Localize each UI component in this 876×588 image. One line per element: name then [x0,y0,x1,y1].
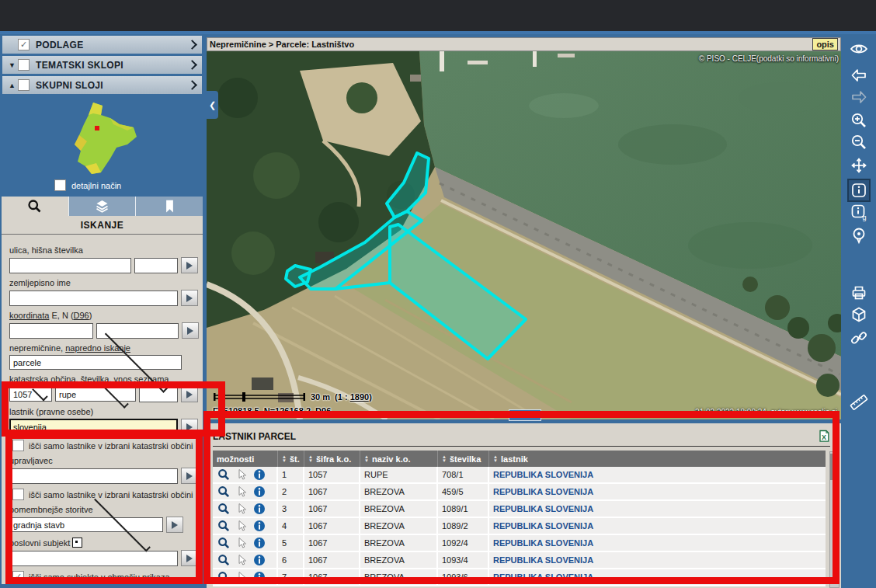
zoom-to-parcel-icon[interactable] [217,468,231,481]
column-header-stevilka[interactable]: ▲▼številka [438,451,489,467]
zoom-to-parcel-icon[interactable] [217,503,231,515]
manager-search-button[interactable] [181,468,198,484]
owner-search-button[interactable] [181,419,198,435]
select-parcel-icon[interactable] [235,554,249,566]
overview-position-marker [95,126,99,130]
measure-icon[interactable] [849,392,869,412]
placename-input[interactable] [9,291,178,306]
business-search-button[interactable] [181,550,198,566]
sidebar-collapse-tab[interactable]: ❮ [207,91,218,119]
identify-icon[interactable] [849,180,869,200]
cadastral-code-select[interactable]: 1057 [9,387,52,402]
d96-link[interactable]: D96 [74,311,89,320]
results-collapse-tab[interactable]: ▾ [509,409,541,421]
column-header-lastnik[interactable]: ▲▼lastnik [489,451,826,467]
owner-link[interactable]: REPUBLIKA SLOVENIJA [489,535,826,551]
realestate-type-select[interactable]: parcele [9,355,182,370]
zoom-in-icon[interactable] [849,110,869,130]
column-header-sifra[interactable]: ▲▼šifra k.o. [304,451,360,467]
coordinate-e-input[interactable] [9,323,93,339]
parcel-info-icon[interactable] [252,503,266,515]
owner-link[interactable]: REPUBLIKA SLOVENIJA [489,569,826,585]
map-credit: 21.02.2022 18:00:24, avtor: www.realis.s… [695,408,837,416]
scrollbar-thumb[interactable] [830,454,837,480]
owner-link[interactable]: REPUBLIKA SLOVENIJA [489,484,826,499]
parcel-info-icon[interactable] [252,468,266,481]
zoom-out-icon[interactable] [849,132,869,152]
parcel-info-icon[interactable] [252,554,266,566]
view-history-icon[interactable] [849,39,869,59]
cadastral-search-button[interactable] [181,386,198,402]
zoom-to-parcel-icon[interactable] [217,537,231,549]
coordinate-link[interactable]: koordinata [9,311,49,320]
parcel-info-icon[interactable] [252,520,266,532]
cadastral-name-select[interactable]: rupe [55,387,136,402]
owner-link[interactable]: REPUBLIKA SLOVENIJA [489,552,826,568]
tab-search[interactable] [2,197,69,216]
skupni-checkbox[interactable] [18,79,30,91]
identify-multi-icon[interactable] [849,202,869,222]
detail-mode-checkbox[interactable] [54,179,66,191]
ko-code: 1067 [304,484,360,499]
business-input[interactable] [9,551,178,566]
tab-bookmarks[interactable] [136,197,203,216]
row-number: 1 [278,467,304,482]
zoom-to-parcel-icon[interactable] [217,485,231,498]
manager-filter-checkbox[interactable] [12,489,24,500]
owner-link[interactable]: REPUBLIKA SLOVENIJA [489,467,826,482]
select-parcel-icon[interactable] [235,503,249,515]
street-input[interactable] [9,258,131,273]
select-parcel-icon[interactable] [235,537,249,549]
services-select[interactable]: gradnja stavb [9,517,163,532]
results-scrollbar[interactable] [829,451,840,588]
select-parcel-icon[interactable] [235,520,249,532]
scale-denominator-link[interactable]: 1890 [350,392,369,402]
accordion-podlage[interactable]: ✓ PODLAGE [2,36,202,54]
share-link-icon[interactable] [849,328,869,348]
accordion-skupni-sloji[interactable]: ▲ SKUPNI SLOJI [2,76,202,94]
back-icon[interactable] [849,65,869,85]
select-parcel-icon[interactable] [235,571,249,583]
business-area-checkbox[interactable]: ✓ [12,571,24,583]
overview-map[interactable] [62,101,148,177]
description-button[interactable]: opis [812,38,838,50]
column-header-naziv[interactable]: ▲▼naziv k.o. [360,451,438,467]
parcel-info-icon[interactable] [252,485,266,498]
owner-filter-checkbox[interactable] [12,440,24,451]
pan-icon[interactable] [849,155,869,176]
forward-icon[interactable] [849,87,869,107]
street-search-button[interactable] [181,257,198,273]
zoom-to-parcel-icon[interactable] [217,554,231,566]
tematski-checkbox[interactable] [18,59,30,71]
parcel-number-input[interactable] [139,387,178,402]
zoom-to-parcel-icon[interactable] [217,520,231,532]
owner-input[interactable] [9,419,178,435]
print-icon[interactable] [849,283,869,303]
accordion-tematski-sklopi[interactable]: ▼ TEMATSKI SKLOPI [2,56,202,74]
column-header-st[interactable]: ▲▼št. [278,451,304,467]
view-3d-icon[interactable] [849,304,869,325]
tab-layers[interactable] [69,197,137,216]
ko-code: 1057 [304,467,360,482]
locate-icon[interactable] [849,225,869,245]
parcel-info-icon[interactable] [252,571,266,583]
business-label: poslovni subjekt [9,538,198,548]
select-parcel-icon[interactable] [235,468,249,481]
house-number-input[interactable] [134,258,178,273]
placename-search-button[interactable] [181,290,198,306]
services-search-button[interactable] [166,517,183,533]
owner-link[interactable]: REPUBLIKA SLOVENIJA [489,501,826,517]
zoom-to-parcel-icon[interactable] [217,571,231,583]
ko-name: RUPE [360,467,438,482]
column-header-moznosti[interactable]: možnosti [213,451,278,467]
row-number: 5 [278,535,304,551]
export-excel-icon[interactable] [817,430,830,443]
manager-input[interactable] [9,468,178,484]
sort-icon: ▲▼ [442,455,447,463]
podlage-checkbox[interactable]: ✓ [18,39,30,50]
parcel-info-icon[interactable] [252,537,266,549]
select-parcel-icon[interactable] [235,485,249,498]
coordinate-search-button[interactable] [182,322,199,339]
owner-link[interactable]: REPUBLIKA SLOVENIJA [489,518,826,534]
map-canvas[interactable] [207,51,841,419]
